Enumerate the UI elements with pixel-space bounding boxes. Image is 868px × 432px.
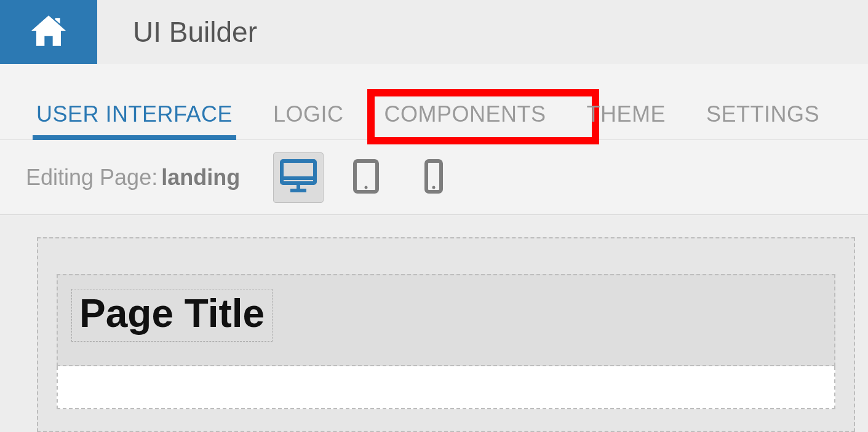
desktop-icon xyxy=(279,159,317,197)
tab-components[interactable]: COMPONENTS xyxy=(382,101,549,139)
page-body-row[interactable] xyxy=(57,366,835,409)
editor-toolbar: Editing Page: landing xyxy=(0,140,868,215)
tab-user-interface[interactable]: USER INTERFACE xyxy=(34,101,235,139)
home-button[interactable] xyxy=(0,0,97,64)
tab-settings[interactable]: SETTINGS xyxy=(704,101,822,139)
home-icon xyxy=(27,12,70,52)
page-title-row[interactable]: Page Title xyxy=(57,274,835,366)
svg-point-5 xyxy=(365,186,368,189)
page-title-text: Page Title xyxy=(79,291,265,336)
tab-logic[interactable]: LOGIC xyxy=(271,101,346,139)
editing-page-label: Editing Page: xyxy=(26,165,157,190)
tab-components-wrap: COMPONENTS xyxy=(382,101,584,139)
phone-icon xyxy=(423,159,445,197)
svg-point-7 xyxy=(432,186,436,189)
page-title-component[interactable]: Page Title xyxy=(71,289,273,342)
main-tabbar: USER INTERFACE LOGIC COMPONENTS THEME SE… xyxy=(0,64,868,140)
device-tablet-button[interactable] xyxy=(341,152,391,203)
app-header: UI Builder xyxy=(0,0,868,64)
device-desktop-button[interactable] xyxy=(273,152,324,203)
device-phone-button[interactable] xyxy=(408,152,459,203)
editing-page-name: landing xyxy=(161,165,240,190)
tablet-icon xyxy=(352,159,380,197)
tab-theme[interactable]: THEME xyxy=(584,101,669,139)
device-preview-group xyxy=(273,152,459,203)
page-container[interactable]: Page Title xyxy=(37,237,855,432)
app-title: UI Builder xyxy=(133,15,257,49)
design-canvas: Page Title xyxy=(0,215,868,432)
